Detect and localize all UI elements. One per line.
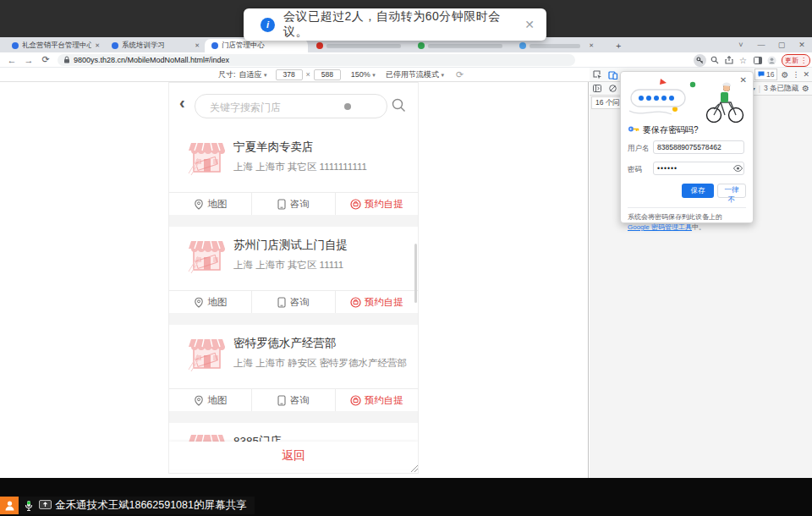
map-button[interactable]: 地图 [169, 389, 251, 411]
share-icon [725, 56, 733, 64]
pickup-button[interactable]: 预约自提 [335, 291, 418, 313]
zoom-dropdown[interactable]: 150% ▾ [351, 70, 376, 79]
store-name: 宁夏羊肉专卖店 [233, 140, 314, 155]
pickup-label: 预约自提 [365, 198, 403, 211]
page-area: ‹ 关键字搜索门店 [0, 82, 589, 478]
store-actions: 地图 咨询 [169, 290, 418, 313]
menu-kebab-icon[interactable]: ⋮ [800, 57, 807, 64]
magnifier-icon [710, 56, 719, 64]
reload-button[interactable]: ⟳ [37, 54, 54, 65]
store-card[interactable]: 密特罗德水产经营部 上海 上海市 静安区 密特罗德水产经营部 地图 [169, 325, 418, 411]
profile-avatar[interactable] [765, 53, 779, 67]
never-save-button[interactable]: 一律不 [717, 184, 746, 198]
resize-grip[interactable] [409, 464, 419, 473]
tab-favicon [211, 42, 218, 49]
consult-button[interactable]: 咨询 [251, 291, 334, 313]
store-actions: 地图 咨询 [169, 192, 418, 215]
address-bar[interactable]: 9800ys.th28.cn/MobileModNoMall.html#/ind… [58, 54, 575, 66]
forward-button[interactable]: → [20, 55, 37, 65]
throttle-dropdown[interactable]: 已停用节流模式 ▾ [386, 69, 444, 80]
toast-close-button[interactable]: ✕ [524, 18, 535, 31]
info-icon: i [261, 18, 275, 32]
back-chevron-icon[interactable]: ‹ [179, 93, 185, 113]
tab-close-icon[interactable]: ✕ [589, 42, 594, 49]
bookmark-button[interactable]: ☆ [736, 53, 750, 67]
password-manager-link[interactable]: Google 密码管理工具 [628, 223, 692, 231]
viewport-scrollbar[interactable] [414, 244, 417, 303]
back-button[interactable]: ← [3, 55, 20, 65]
tab-partial-1[interactable] [310, 39, 409, 52]
size-mode-dropdown[interactable]: 自适应 ▾ [239, 69, 267, 80]
store-card[interactable]: 宁夏羊肉专卖店 上海 上海市 其它区 1111111111 地图 [169, 129, 418, 215]
screen-share-icon [39, 500, 52, 511]
screen-share-bar: 金禾通技术王斌18662591081的屏幕共享 [0, 497, 255, 514]
viewport-height-input[interactable] [314, 69, 341, 80]
password-illustration [629, 77, 748, 123]
device-toolbar-toggle[interactable] [605, 70, 620, 80]
meeting-toast: i 会议已超过2人，自动转为60分钟限时会议。 ✕ [244, 8, 546, 41]
return-label: 返回 [282, 448, 305, 464]
pickup-button[interactable]: 预约自提 [335, 389, 418, 411]
device-toggle-icon [608, 70, 617, 80]
tab-close-icon[interactable]: ✕ [195, 42, 200, 49]
size-label: 尺寸: [218, 69, 236, 80]
tab-close-icon[interactable]: ✕ [95, 42, 100, 49]
minimize-button[interactable]: — [751, 41, 771, 49]
map-button[interactable]: 地图 [169, 193, 251, 215]
map-label: 地图 [207, 394, 227, 407]
clear-console-button[interactable] [605, 85, 620, 92]
devtools-menu-button[interactable]: ⋮ [792, 70, 799, 79]
devtools-settings-button[interactable]: ⚙ [781, 70, 788, 80]
close-window-button[interactable]: ✕ [792, 41, 812, 49]
consult-button[interactable]: 咨询 [251, 389, 334, 411]
storefront-icon [186, 234, 228, 276]
viewport-width-input[interactable] [276, 69, 303, 80]
password-input[interactable] [653, 162, 744, 175]
search-icon[interactable] [392, 98, 406, 113]
console-settings-button[interactable]: ⚙ [802, 84, 809, 93]
share-button[interactable] [721, 53, 736, 67]
map-pin-icon [194, 395, 204, 406]
side-panel-button[interactable] [750, 53, 765, 67]
map-label: 地图 [207, 198, 227, 211]
tab-store-center[interactable]: 门店管理中心 [205, 39, 308, 52]
consult-button[interactable]: 咨询 [251, 193, 334, 215]
store-card[interactable]: 苏州门店测试上门自提 上海 上海市 其它区 11111 地图 [169, 227, 418, 313]
tab-partial-3[interactable]: ✕ [513, 39, 597, 52]
inspect-element-button[interactable] [590, 70, 605, 80]
store-name: 密特罗德水产经营部 [233, 336, 337, 351]
save-password-button[interactable]: 保存 [682, 184, 714, 198]
tab-partial-2[interactable] [411, 39, 511, 52]
return-button[interactable]: 返回 [169, 442, 418, 469]
map-pin-icon [194, 297, 204, 308]
key-icon [696, 57, 704, 64]
new-tab-button[interactable]: ＋ [611, 39, 626, 52]
pickup-button[interactable]: 预约自提 [335, 193, 418, 215]
rotate-button[interactable]: ⟳ [456, 69, 464, 80]
console-sidebar-button[interactable] [590, 85, 605, 92]
zoom-button[interactable] [707, 53, 721, 67]
tab-label-obscured [326, 44, 401, 48]
console-messages-chip[interactable]: 16 [754, 69, 777, 80]
store-search-input[interactable]: 关键字搜索门店 [195, 94, 387, 118]
pickup-label: 预约自提 [365, 296, 403, 309]
chrome-update-chip[interactable]: 更新 ⋮ [782, 54, 810, 67]
tab-label-obscured [428, 44, 502, 48]
tab-training[interactable]: 系统培训学习 ✕ [105, 39, 203, 52]
devtools-close-button[interactable]: ✕ [803, 70, 809, 79]
plus-icon: ＋ [614, 40, 623, 52]
show-password-eye-icon[interactable] [733, 165, 743, 172]
microphone-icon [24, 500, 34, 512]
phone-icon [277, 395, 286, 406]
lock-icon [63, 56, 70, 63]
update-label: 更新 [785, 56, 798, 65]
maximize-button[interactable]: ▢ [771, 41, 792, 49]
username-input[interactable] [653, 140, 744, 154]
tab-favicon [112, 42, 118, 49]
tab-gift-platform[interactable]: 礼盒营销平台管理中心 ✕ [5, 39, 103, 52]
tab-label: 礼盒营销平台管理中心 [22, 41, 91, 51]
map-button[interactable]: 地图 [169, 291, 251, 313]
tab-search-chevron-icon[interactable]: ˅ [731, 41, 751, 49]
password-key-button[interactable] [693, 53, 707, 67]
card-divider [169, 313, 418, 325]
